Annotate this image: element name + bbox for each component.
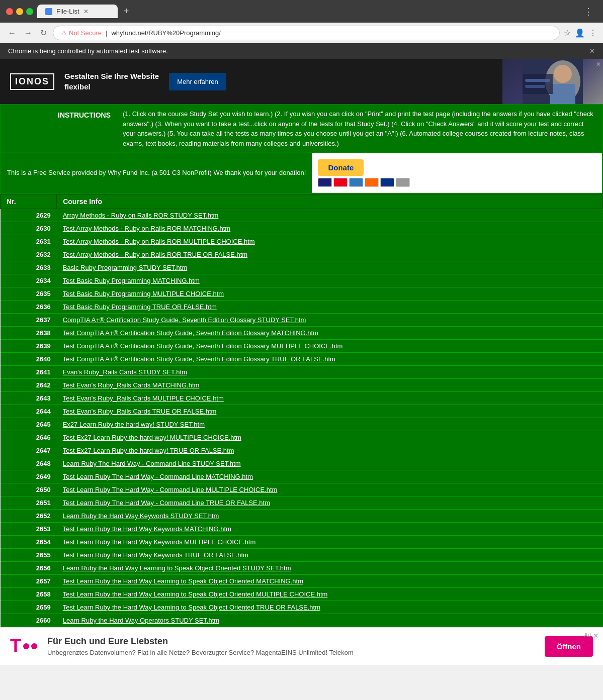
donate-button[interactable]: Donate	[318, 159, 364, 176]
table-row: 2644Test Evan's Ruby_Rails Cards TRUE OR…	[1, 405, 603, 418]
instructions-label: INSTRUCTIONS	[1, 105, 117, 152]
table-row: 2657Test Learn Ruby the Hard Way Learnin…	[1, 575, 603, 588]
file-link[interactable]: Test Learn Ruby the Hard Way Keywords MA…	[63, 525, 231, 533]
file-link[interactable]: Test Ex27 Learn Ruby the hard way! MULTI…	[63, 434, 241, 441]
row-number: 2649	[1, 470, 57, 483]
ad-top-button[interactable]: Mehr erfahren	[169, 73, 226, 90]
new-tab-button[interactable]: +	[120, 4, 133, 19]
file-link[interactable]: Evan's Ruby_Rails Cards STUDY SET.htm	[63, 368, 187, 376]
row-link-cell: Test Evan's Ruby_Rails Cards TRUE OR FAL…	[57, 405, 603, 418]
col-nr-header: Nr.	[1, 194, 57, 209]
title-bar: File-List ✕ + ⋮	[0, 0, 603, 23]
file-link[interactable]: Test Evan's Ruby_Rails Cards MATCHING.ht…	[63, 381, 200, 389]
row-number: 2638	[1, 327, 57, 340]
file-link[interactable]: Learn Ruby the Hard Way Operators STUDY …	[63, 617, 219, 624]
maximize-button[interactable]	[26, 8, 33, 15]
telekom-t-icon: T	[10, 636, 21, 657]
tab-favicon	[45, 8, 52, 15]
table-row: 2643Test Evan's Ruby_Rails Cards MULTIPL…	[1, 392, 603, 405]
table-row: 2633Basic Ruby Programming STUDY SET.htm	[1, 261, 603, 274]
address-bar: ← → ↻ ⚠ Not Secure | whyfund.net/RUBY%20…	[0, 23, 603, 43]
table-row: 2652Learn Ruby the Hard Way Keywords STU…	[1, 510, 603, 523]
file-link[interactable]: Test Learn Ruby the Hard Way Learning to…	[63, 577, 303, 585]
col-info-header: Course Info	[57, 194, 603, 209]
chrome-menu-icon[interactable]: ⋮	[580, 6, 597, 17]
row-link-cell: Test CompTIA A+® Certification Study Gui…	[57, 340, 603, 353]
file-link[interactable]: Test CompTIA A+® Certification Study Gui…	[63, 342, 343, 350]
row-link-cell: Test Basic Ruby Programming MATCHING.htm	[57, 274, 603, 287]
file-link[interactable]: Test Learn Ruby the Hard Way Learning to…	[63, 604, 320, 611]
file-link[interactable]: Basic Ruby Programming STUDY SET.htm	[63, 264, 188, 271]
bottom-ad-banner: T Für Euch und Eure Liebsten Unbegrenzte…	[0, 627, 603, 665]
row-link-cell: Learn Ruby The Hard Way - Command Line S…	[57, 457, 603, 470]
file-link[interactable]: Test Evan's Ruby_Rails Cards MULTIPLE CH…	[63, 394, 224, 402]
file-link[interactable]: Test Array Methods - Ruby on Rails ROR M…	[63, 225, 231, 232]
bookmark-icon[interactable]: ☆	[564, 28, 571, 38]
file-link[interactable]: Test Learn Ruby The Hard Way - Command L…	[63, 486, 278, 493]
file-link[interactable]: Test Learn Ruby the Hard Way Keywords TR…	[63, 551, 248, 559]
row-link-cell: Learn Ruby the Hard Way Keywords STUDY S…	[57, 510, 603, 523]
file-link[interactable]: Test Basic Ruby Programming TRUE OR FALS…	[63, 303, 217, 311]
row-link-cell: Test Learn Ruby the Hard Way Keywords TR…	[57, 549, 603, 562]
table-row: 2649Test Learn Ruby The Hard Way - Comma…	[1, 470, 603, 483]
file-link[interactable]: Ex27 Learn Ruby the hard way! STUDY SET.…	[63, 421, 205, 428]
instructions-row: INSTRUCTIONS (1. Click on the course Stu…	[0, 104, 603, 153]
url-bar[interactable]: ⚠ Not Secure | whyfund.net/RUBY%20Progra…	[53, 26, 560, 40]
row-number: 2642	[1, 379, 57, 392]
file-link[interactable]: Test Ex27 Learn Ruby the hard way! TRUE …	[63, 447, 234, 454]
back-button[interactable]: ←	[6, 27, 18, 40]
row-number: 2637	[1, 314, 57, 327]
paypal-card-icon	[380, 178, 394, 187]
row-link-cell: Test Learn Ruby the Hard Way Learning to…	[57, 575, 603, 588]
file-link[interactable]: Learn Ruby The Hard Way - Command Line S…	[63, 460, 241, 467]
file-link[interactable]: Test Array Methods - Ruby on Rails ROR T…	[63, 251, 248, 258]
bottom-ad-headline: Für Euch und Eure Liebsten	[47, 636, 354, 647]
close-button[interactable]	[6, 8, 13, 15]
file-link[interactable]: Learn Ruby the Hard Way Learning to Spea…	[63, 564, 291, 572]
forward-button[interactable]: →	[22, 27, 34, 40]
row-link-cell: Test Array Methods - Ruby on Rails ROR M…	[57, 222, 603, 235]
automation-close-icon[interactable]: ✕	[589, 47, 595, 55]
file-link[interactable]: CompTIA A+® Certification Study Guide, S…	[63, 316, 306, 324]
tab-close-button[interactable]: ✕	[83, 8, 89, 15]
minimize-button[interactable]	[16, 8, 23, 15]
row-number: 2643	[1, 392, 57, 405]
file-link[interactable]: Test CompTIA A+® Certification Study Gui…	[63, 355, 335, 363]
ad-top-close-icon[interactable]: ✕	[596, 61, 601, 68]
row-number: 2632	[1, 248, 57, 261]
file-link[interactable]: Test Learn Ruby the Hard Way Keywords MU…	[63, 538, 256, 546]
file-link[interactable]: Test Basic Ruby Programming MATCHING.htm	[63, 277, 200, 284]
row-link-cell: Learn Ruby the Hard Way Learning to Spea…	[57, 562, 603, 575]
file-link[interactable]: Test Learn Ruby the Hard Way Learning to…	[63, 590, 328, 598]
donate-content: Donate	[312, 153, 416, 193]
file-link[interactable]: Test Learn Ruby The Hard Way - Command L…	[63, 499, 270, 507]
toolbar-right: ☆ 👤 ⋮	[564, 28, 597, 38]
browser-frame: File-List ✕ + ⋮ ← → ↻ ⚠ Not Secure | why…	[0, 0, 603, 43]
bottom-ad-close-icon[interactable]: ✕	[593, 632, 599, 640]
row-link-cell: Test Ex27 Learn Ruby the hard way! MULTI…	[57, 431, 603, 444]
row-number: 2635	[1, 287, 57, 301]
table-row: 2632Test Array Methods - Ruby on Rails R…	[1, 248, 603, 261]
file-link[interactable]: Test Basic Ruby Programming MULTIPLE CHO…	[63, 290, 224, 297]
profile-icon[interactable]: 👤	[575, 28, 585, 38]
table-row: 2640Test CompTIA A+® Certification Study…	[1, 353, 603, 366]
row-link-cell: Test Array Methods - Ruby on Rails ROR T…	[57, 248, 603, 261]
donate-button-wrap: Donate	[318, 159, 410, 187]
file-link[interactable]: Test Array Methods - Ruby on Rails ROR M…	[63, 238, 255, 245]
bottom-ad-button[interactable]: Öffnen	[545, 636, 593, 657]
row-number: 2647	[1, 444, 57, 457]
table-row: 2636Test Basic Ruby Programming TRUE OR …	[1, 301, 603, 314]
row-number: 2654	[1, 536, 57, 549]
automation-notice: Chrome is being controlled by automated …	[0, 43, 603, 59]
file-link[interactable]: Test Evan's Ruby_Rails Cards TRUE OR FAL…	[63, 408, 217, 415]
chrome-options-icon[interactable]: ⋮	[589, 28, 597, 38]
file-link[interactable]: Array Methods - Ruby on Rails ROR STUDY …	[63, 212, 219, 219]
reload-button[interactable]: ↻	[38, 26, 49, 40]
active-tab[interactable]: File-List ✕	[37, 5, 118, 18]
row-number: 2629	[1, 209, 57, 222]
file-link[interactable]: Test Learn Ruby The Hard Way - Command L…	[63, 473, 253, 480]
file-link[interactable]: Test CompTIA A+® Certification Study Gui…	[63, 329, 318, 337]
ad-subheadline: flexibel	[64, 81, 159, 92]
file-link[interactable]: Learn Ruby the Hard Way Keywords STUDY S…	[63, 512, 219, 520]
row-number: 2648	[1, 457, 57, 470]
